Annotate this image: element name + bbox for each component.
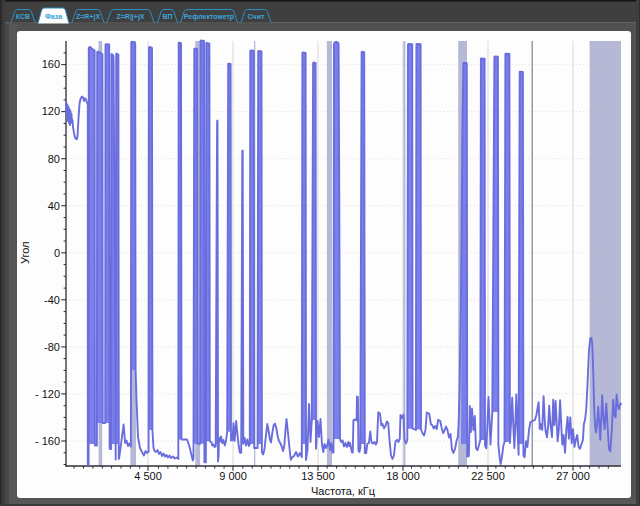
svg-text:КСВ: КСВ [16, 13, 30, 20]
svg-text:ВП: ВП [162, 13, 172, 20]
svg-text:22 500: 22 500 [471, 470, 505, 482]
svg-text:- 160: - 160 [35, 435, 60, 447]
svg-text:Угол: Угол [19, 242, 31, 265]
svg-text:120: 120 [42, 105, 60, 117]
svg-text:13 500: 13 500 [301, 470, 335, 482]
svg-text:4 500: 4 500 [134, 470, 162, 482]
svg-text:Рефлектометр: Рефлектометр [184, 13, 234, 21]
svg-text:80: 80 [48, 153, 60, 165]
svg-text:Z=R||+jX: Z=R||+jX [116, 13, 144, 21]
svg-text:-40: -40 [44, 294, 60, 306]
svg-text:0: 0 [54, 247, 60, 259]
svg-text:- 120: - 120 [35, 388, 60, 400]
svg-text:Z=R+jX: Z=R+jX [76, 13, 100, 21]
svg-text:Счит: Счит [248, 13, 265, 20]
svg-text:160: 160 [42, 58, 60, 70]
svg-text:Частота, кГц: Частота, кГц [311, 485, 376, 497]
svg-text:9 000: 9 000 [219, 470, 247, 482]
svg-text:27 000: 27 000 [556, 470, 590, 482]
svg-text:Фаза: Фаза [45, 13, 62, 20]
svg-text:40: 40 [48, 200, 60, 212]
svg-text:-80: -80 [44, 341, 60, 353]
svg-text:18 000: 18 000 [386, 470, 420, 482]
